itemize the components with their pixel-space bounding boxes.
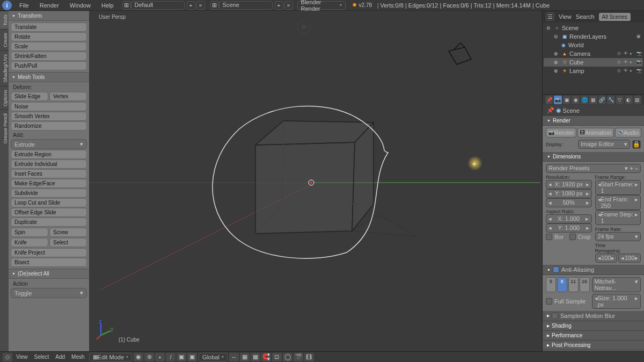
transform-panel-header[interactable]: Transform — [9, 11, 89, 21]
spin-button[interactable]: Spin — [11, 228, 48, 237]
bisect-button[interactable]: Bisect — [11, 258, 87, 267]
screw-button[interactable]: Screw — [49, 228, 87, 237]
editor-type-icon[interactable]: ◇ — [3, 353, 12, 361]
shading-mode-icon[interactable]: ◉ — [134, 353, 143, 361]
aa-16-button[interactable]: 16 — [580, 277, 590, 292]
prop-scene-icon[interactable]: ◉ — [572, 96, 579, 104]
prop-world-icon[interactable]: 🌐 — [581, 96, 588, 104]
layout-delete-button[interactable]: × — [196, 1, 205, 10]
aa-filter-dropdown[interactable]: Mitchell-Netrav...▾ — [592, 277, 641, 292]
shrink-fatten-button[interactable]: Shrink/Fatten — [11, 52, 87, 61]
lock-interface-icon[interactable]: 🔒 — [632, 140, 641, 149]
outliner-view-menu[interactable]: View — [559, 13, 572, 20]
layers-icon[interactable]: ▦ — [240, 353, 250, 361]
tab-options[interactable]: Options — [0, 86, 9, 110]
mesh-tools-panel-header[interactable]: Mesh Tools — [9, 72, 89, 82]
randomize-button[interactable]: Randomize — [11, 121, 87, 131]
vertex-select-icon[interactable]: ▪ — [155, 353, 165, 361]
deselect-panel-header[interactable]: (De)select All — [9, 269, 89, 279]
res-y-field[interactable]: ◂Y: 1080 px▸ — [546, 189, 592, 198]
edge-select-icon[interactable]: / — [166, 353, 175, 361]
make-edge-face-button[interactable]: Make Edge/Face — [11, 179, 87, 188]
prop-renderlayers-icon[interactable]: ▣ — [563, 96, 570, 104]
layout-add-button[interactable]: + — [187, 1, 195, 10]
display-dropdown[interactable]: Image Editor▾ — [578, 140, 630, 149]
render-engine-dropdown[interactable]: Blender Render▾ — [297, 1, 346, 10]
help-menu[interactable]: Help — [96, 2, 119, 9]
tab-tools[interactable]: Tools — [0, 11, 9, 29]
knife-project-button[interactable]: Knife Project — [11, 248, 87, 257]
duplicate-button[interactable]: Duplicate — [11, 218, 87, 227]
remap-old-field[interactable]: ◂100▸ — [595, 254, 618, 263]
crop-checkbox[interactable] — [569, 234, 576, 240]
loop-cut-button[interactable]: Loop Cut and Slide — [11, 198, 87, 207]
metadata-header[interactable]: Metadata — [543, 350, 644, 351]
aspect-x-field[interactable]: ◂X: 1.000▸ — [546, 214, 592, 223]
shading-header[interactable]: Shading — [543, 321, 644, 331]
face-select-icon[interactable]: ▣ — [177, 353, 186, 361]
prop-texture-icon[interactable]: ▨ — [634, 96, 641, 104]
audio-button[interactable]: 🔊 Audio — [615, 128, 641, 137]
tab-create[interactable]: Create — [0, 29, 9, 50]
render-section-header[interactable]: Render — [543, 116, 644, 126]
aa-8-button[interactable]: 8 — [557, 277, 567, 292]
performance-header[interactable]: Performance — [543, 331, 644, 341]
render-button[interactable]: 📷 Render — [546, 128, 576, 137]
post-processing-header[interactable]: Post Processing — [543, 341, 644, 350]
noise-button[interactable]: Noise — [11, 102, 87, 111]
translate-button[interactable]: Translate — [11, 23, 87, 32]
sb-select-menu[interactable]: Select — [31, 354, 53, 360]
subdivide-button[interactable]: Subdivide — [11, 189, 87, 198]
animation-button[interactable]: 🎞 Animation — [577, 128, 614, 137]
sb-view-menu[interactable]: View — [13, 354, 31, 360]
prop-render-icon[interactable]: 📷 — [554, 96, 561, 104]
rotate-button[interactable]: Rotate — [11, 32, 87, 41]
scene-add-button[interactable]: + — [275, 1, 283, 10]
dimensions-section-header[interactable]: Dimensions — [543, 152, 644, 162]
offset-edge-button[interactable]: Offset Edge Slide — [11, 208, 87, 217]
action-dropdown[interactable]: Toggle▾ — [11, 288, 87, 298]
snap-target-icon[interactable]: ⊡ — [272, 353, 282, 361]
extrude-region-button[interactable]: Extrude Region — [11, 150, 87, 159]
file-menu[interactable]: File — [14, 2, 34, 9]
outliner-search-menu[interactable]: Search — [576, 13, 595, 20]
blender-logo-icon[interactable]: i — [2, 1, 12, 10]
tab-shading-uvs[interactable]: Shading/UVs — [0, 50, 9, 86]
manipulator-icon[interactable]: ↔ — [229, 353, 239, 361]
snap-icon[interactable]: 🧲 — [261, 353, 271, 361]
prop-modifiers-icon[interactable]: 🔧 — [607, 96, 614, 104]
prop-pin-icon[interactable]: 📌 — [545, 96, 553, 104]
fps-dropdown[interactable]: 24 fps▾ — [595, 232, 641, 241]
aspect-y-field[interactable]: ◂Y: 1.000▸ — [546, 223, 592, 233]
prop-object-icon[interactable]: ▦ — [589, 96, 597, 104]
outliner-scope-dropdown[interactable]: All Scenes — [599, 13, 631, 21]
start-frame-field[interactable]: ◂Start Frame: 1▸ — [595, 180, 641, 195]
outliner-type-icon[interactable]: ☰ — [546, 12, 554, 21]
gl-anim-icon[interactable]: 🎞 — [304, 353, 314, 361]
outliner-tree[interactable]: ⊖○Scene ⊖▣RenderLayers▣ ◉World ⊕▲Camera◎… — [543, 23, 644, 76]
tab-grease-pencil[interactable]: Grease Pencil — [0, 110, 9, 147]
border-checkbox[interactable] — [546, 234, 552, 240]
sb-mesh-menu[interactable]: Mesh — [68, 354, 87, 360]
res-x-field[interactable]: ◂X: 1920 px▸ — [546, 180, 592, 189]
layout-name-field[interactable]: Default — [131, 1, 185, 10]
end-frame-field[interactable]: ◂End Fram: 250▸ — [595, 195, 641, 210]
limit-visible-icon[interactable]: ▣ — [187, 353, 197, 361]
motion-blur-header[interactable]: Sampled Motion Blur — [543, 311, 644, 321]
prop-constraints-icon[interactable]: 🔗 — [598, 96, 606, 104]
extrude-individual-button[interactable]: Extrude Individual — [11, 160, 87, 169]
remap-new-field[interactable]: ◂100▸ — [618, 254, 641, 263]
aa-section-header[interactable]: Anti-Aliasing — [543, 265, 644, 275]
3d-viewport[interactable]: User Persp — [89, 11, 542, 351]
mode-dropdown[interactable]: ▦ Edit Mode ▾ — [89, 353, 133, 361]
gl-render-icon[interactable]: 🎬 — [294, 353, 303, 361]
scene-browse-icon[interactable]: ⊞ — [210, 1, 219, 10]
prop-material-icon[interactable]: ◐ — [625, 96, 632, 104]
full-sample-checkbox[interactable] — [546, 298, 552, 305]
prop-edit-icon[interactable]: ◯ — [283, 353, 292, 361]
res-pct-field[interactable]: ◂50%▸ — [546, 198, 592, 207]
layout-browse-icon[interactable]: ⊞ — [122, 1, 131, 10]
sb-add-menu[interactable]: Add — [52, 354, 68, 360]
render-presets-dropdown[interactable]: Render Presets▾ + – — [546, 164, 641, 173]
aa-size-field[interactable]: ◂Size: 1.000 px▸ — [592, 294, 641, 309]
